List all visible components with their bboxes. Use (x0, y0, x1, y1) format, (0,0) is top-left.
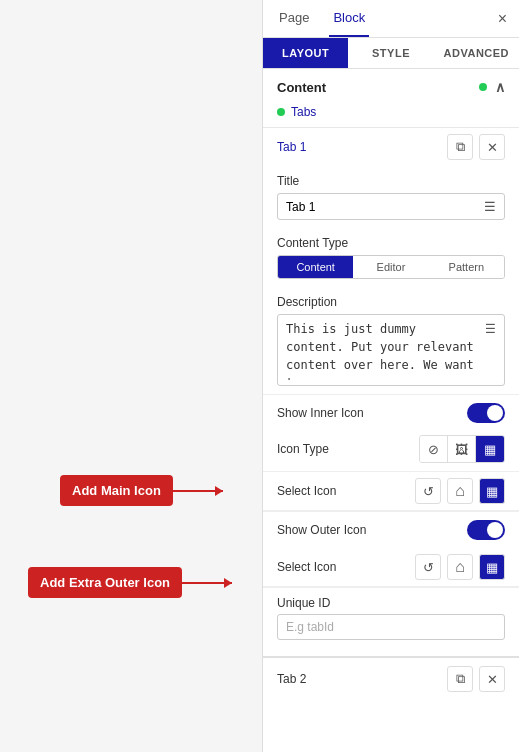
tooltip-main-arrow (173, 490, 223, 492)
content-type-pattern-btn[interactable]: Pattern (429, 256, 504, 278)
tab-block[interactable]: Block (329, 0, 369, 37)
tab-page[interactable]: Page (275, 0, 313, 37)
description-field-group: Description ☰ (263, 287, 519, 394)
select-icon-grid-btn[interactable]: ▦ (479, 478, 505, 504)
select-icon-refresh-btn[interactable]: ↺ (415, 478, 441, 504)
title-field-group: Title ☰ (263, 166, 519, 228)
unique-id-input[interactable] (277, 614, 505, 640)
title-input-icon: ☰ (484, 199, 496, 214)
select-icon-row: Select Icon ↺ ⌂ ▦ (263, 472, 519, 511)
tab-advanced[interactable]: ADVANCED (434, 38, 519, 68)
close-button[interactable]: × (498, 11, 507, 27)
show-outer-icon-row: Show Outer Icon (263, 511, 519, 548)
tab1-delete-button[interactable]: ✕ (479, 134, 505, 160)
tab1-copy-button[interactable]: ⧉ (447, 134, 473, 160)
panel: Page Block × LAYOUT STYLE ADVANCED Conte… (262, 0, 519, 752)
description-scroll-icon: ☰ (485, 322, 496, 380)
panel-top-tabs: Page Block × (263, 0, 519, 38)
content-type-field-group: Content Type Content Editor Pattern (263, 228, 519, 287)
content-section-header: Content ∧ (263, 69, 519, 103)
tab-style[interactable]: STYLE (348, 38, 433, 68)
tab1-label: Tab 1 (277, 140, 441, 154)
select-icon-buttons: ↺ ⌂ ▦ (415, 478, 505, 504)
title-input-wrapper: ☰ (277, 193, 505, 220)
select-icon2-row: Select Icon ↺ ⌂ ▦ (263, 548, 519, 587)
tabs-section-label: Tabs (263, 103, 519, 127)
content-type-label: Content Type (277, 236, 505, 250)
tooltip-main-icon: Add Main Icon (60, 475, 173, 506)
title-label: Title (277, 174, 505, 188)
select-icon-home-btn[interactable]: ⌂ (447, 478, 473, 504)
canvas-area (0, 0, 262, 752)
title-input[interactable] (286, 200, 484, 214)
tooltip-outer-icon: Add Extra Outer Icon (28, 567, 182, 598)
select-icon-label: Select Icon (277, 484, 415, 498)
tabs-green-dot (277, 108, 285, 116)
section-header-right: ∧ (479, 79, 505, 95)
icon-type-image-btn[interactable]: 🖼 (448, 436, 476, 462)
select-icon2-grid-btn[interactable]: ▦ (479, 554, 505, 580)
tab-layout[interactable]: LAYOUT (263, 38, 348, 68)
description-textarea[interactable] (286, 320, 481, 380)
show-inner-icon-toggle[interactable] (467, 403, 505, 423)
tooltip-outer-arrow (182, 582, 232, 584)
show-outer-icon-label: Show Outer Icon (277, 523, 467, 537)
tab2-delete-button[interactable]: ✕ (479, 666, 505, 692)
unique-id-row: Unique ID (263, 587, 519, 648)
description-label: Description (277, 295, 505, 309)
select-icon2-label: Select Icon (277, 560, 415, 574)
content-type-content-btn[interactable]: Content (278, 256, 353, 278)
panel-body: Content ∧ Tabs Tab 1 ⧉ ✕ Title ☰ (263, 69, 519, 752)
tooltip-outer-label: Add Extra Outer Icon (40, 575, 170, 590)
description-textarea-wrapper: ☰ (277, 314, 505, 386)
unique-id-label: Unique ID (277, 596, 505, 610)
tab1-item-row: Tab 1 ⧉ ✕ (263, 127, 519, 166)
show-outer-icon-toggle[interactable] (467, 520, 505, 540)
content-type-btn-group: Content Editor Pattern (277, 255, 505, 279)
select-icon2-buttons: ↺ ⌂ ▦ (415, 554, 505, 580)
icon-type-none-btn[interactable]: ⊘ (420, 436, 448, 462)
tabs-label-text: Tabs (291, 105, 316, 119)
green-dot-icon (479, 83, 487, 91)
tooltip-main-label: Add Main Icon (72, 483, 161, 498)
icon-type-label: Icon Type (277, 442, 419, 456)
content-type-editor-btn[interactable]: Editor (353, 256, 428, 278)
chevron-up-icon[interactable]: ∧ (495, 79, 505, 95)
icon-type-buttons: ⊘ 🖼 ▦ (419, 435, 505, 463)
tab2-item-row: Tab 2 ⧉ ✕ (263, 656, 519, 700)
select-icon2-home-btn[interactable]: ⌂ (447, 554, 473, 580)
content-section-title: Content (277, 80, 326, 95)
tab2-label: Tab 2 (277, 672, 441, 686)
panel-sub-tabs: LAYOUT STYLE ADVANCED (263, 38, 519, 69)
show-inner-icon-row: Show Inner Icon (263, 394, 519, 431)
show-inner-icon-label: Show Inner Icon (277, 406, 467, 420)
tab2-copy-button[interactable]: ⧉ (447, 666, 473, 692)
icon-type-row: Icon Type ⊘ 🖼 ▦ (263, 431, 519, 472)
select-icon2-refresh-btn[interactable]: ↺ (415, 554, 441, 580)
icon-type-icon-btn[interactable]: ▦ (476, 436, 504, 462)
